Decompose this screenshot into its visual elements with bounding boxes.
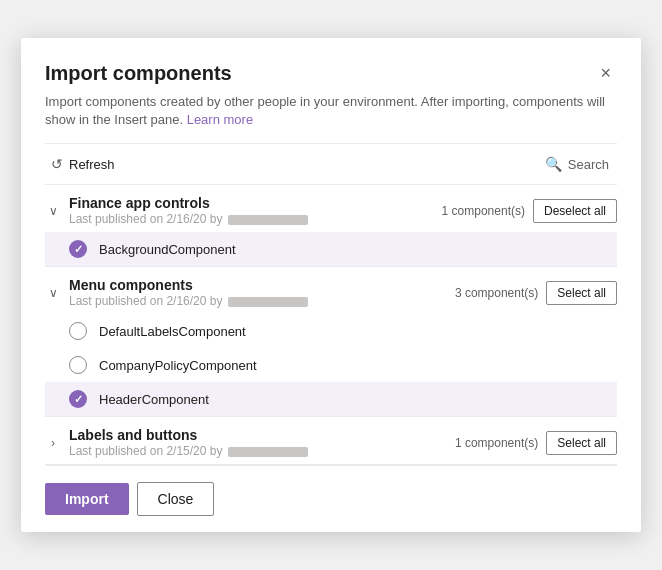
chevron-labels-icon[interactable]: › xyxy=(45,436,61,450)
search-area: 🔍 Search xyxy=(153,156,617,172)
group-meta-labels: Last published on 2/15/20 by xyxy=(69,444,447,458)
component-item-CompanyPolicyComponent[interactable]: CompanyPolicyComponent xyxy=(45,348,617,382)
dialog-description: Import components created by other peopl… xyxy=(45,93,617,129)
dialog-title: Import components xyxy=(45,62,232,85)
group-name-finance: Finance app controls xyxy=(69,195,434,211)
chevron-menu-icon[interactable]: ∨ xyxy=(45,286,61,300)
import-components-dialog: Import components × Import components cr… xyxy=(21,38,641,532)
group-labels: › Labels and buttons Last published on 2… xyxy=(45,417,617,465)
select-all-button-labels[interactable]: Select all xyxy=(546,431,617,455)
component-item-DefaultLabelsComponent[interactable]: DefaultLabelsComponent xyxy=(45,314,617,348)
dialog-header: Import components × xyxy=(45,62,617,85)
refresh-icon: ↺ xyxy=(51,156,63,172)
toolbar: ↺ Refresh 🔍 Search xyxy=(45,143,617,185)
group-actions-labels: 1 component(s) Select all xyxy=(455,431,617,455)
group-header-menu: ∨ Menu components Last published on 2/16… xyxy=(45,267,617,314)
component-name: BackgroundComponent xyxy=(99,242,236,257)
component-name: DefaultLabelsComponent xyxy=(99,324,246,339)
checkbox-checked-icon xyxy=(69,240,87,258)
component-count-finance: 1 component(s) xyxy=(442,204,525,218)
group-header-finance: ∨ Finance app controls Last published on… xyxy=(45,185,617,232)
close-icon[interactable]: × xyxy=(594,62,617,84)
group-name-labels: Labels and buttons xyxy=(69,427,447,443)
component-groups-list: ∨ Finance app controls Last published on… xyxy=(45,185,617,465)
checkbox-unchecked-icon xyxy=(69,356,87,374)
component-name: HeaderComponent xyxy=(99,392,209,407)
learn-more-link[interactable]: Learn more xyxy=(187,112,253,127)
group-header-labels: › Labels and buttons Last published on 2… xyxy=(45,417,617,464)
component-count-labels: 1 component(s) xyxy=(455,436,538,450)
import-button[interactable]: Import xyxy=(45,483,129,515)
checkbox-checked-icon xyxy=(69,390,87,408)
refresh-button[interactable]: ↺ Refresh xyxy=(45,152,121,176)
component-count-menu: 3 component(s) xyxy=(455,286,538,300)
chevron-finance-icon[interactable]: ∨ xyxy=(45,204,61,218)
deselect-all-button-finance[interactable]: Deselect all xyxy=(533,199,617,223)
group-menu: ∨ Menu components Last published on 2/16… xyxy=(45,267,617,417)
group-actions-finance: 1 component(s) Deselect all xyxy=(442,199,617,223)
component-item-BackgroundComponent[interactable]: BackgroundComponent xyxy=(45,232,617,266)
group-info-menu: Menu components Last published on 2/16/2… xyxy=(69,277,447,308)
group-meta-menu: Last published on 2/16/20 by xyxy=(69,294,447,308)
group-info-finance: Finance app controls Last published on 2… xyxy=(69,195,434,226)
checkbox-unchecked-icon xyxy=(69,322,87,340)
group-meta-finance: Last published on 2/16/20 by xyxy=(69,212,434,226)
group-info-labels: Labels and buttons Last published on 2/1… xyxy=(69,427,447,458)
select-all-button-menu[interactable]: Select all xyxy=(546,281,617,305)
group-name-menu: Menu components xyxy=(69,277,447,293)
group-finance: ∨ Finance app controls Last published on… xyxy=(45,185,617,267)
group-actions-menu: 3 component(s) Select all xyxy=(455,281,617,305)
dialog-footer: Import Close xyxy=(45,465,617,532)
component-name: CompanyPolicyComponent xyxy=(99,358,257,373)
search-icon: 🔍 xyxy=(545,156,562,172)
close-button[interactable]: Close xyxy=(137,482,215,516)
component-item-HeaderComponent[interactable]: HeaderComponent xyxy=(45,382,617,416)
